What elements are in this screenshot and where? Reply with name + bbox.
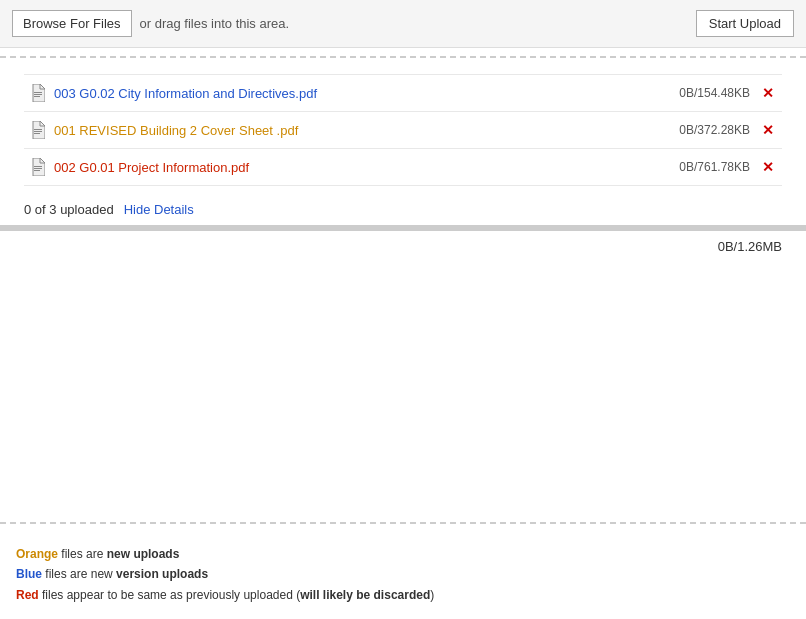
remove-file-button[interactable]: ✕ — [760, 160, 776, 174]
file-row-left: 002 G0.01 Project Information.pdf — [30, 157, 249, 177]
svg-rect-5 — [34, 133, 40, 134]
file-size: 0B/154.48KB — [679, 86, 750, 100]
svg-rect-8 — [34, 170, 40, 171]
file-row-right: 0B/761.78KB ✕ — [679, 160, 776, 174]
legend-blue-bold: version uploads — [116, 567, 208, 581]
file-row-right: 0B/372.28KB ✕ — [679, 123, 776, 137]
browse-files-button[interactable]: Browse For Files — [12, 10, 132, 37]
bottom-dashed-divider — [0, 522, 806, 524]
remove-file-button[interactable]: ✕ — [760, 86, 776, 100]
svg-rect-6 — [34, 166, 42, 167]
svg-rect-1 — [34, 94, 42, 95]
file-icon — [30, 120, 46, 140]
total-size-value: 0B/1.26MB — [718, 239, 782, 254]
table-row: 002 G0.01 Project Information.pdf 0B/761… — [24, 149, 782, 186]
remove-file-button[interactable]: ✕ — [760, 123, 776, 137]
file-list: 003 G0.02 City Information and Directive… — [0, 66, 806, 194]
spacer — [0, 262, 806, 506]
total-size-row: 0B/1.26MB — [0, 235, 806, 262]
table-row: 003 G0.02 City Information and Directive… — [24, 74, 782, 112]
file-icon — [30, 157, 46, 177]
top-bar-left: Browse For Files or drag files into this… — [12, 10, 289, 37]
file-size: 0B/761.78KB — [679, 160, 750, 174]
start-upload-button[interactable]: Start Upload — [696, 10, 794, 37]
file-row-left: 001 REVISED Building 2 Cover Sheet .pdf — [30, 120, 298, 140]
file-size: 0B/372.28KB — [679, 123, 750, 137]
svg-rect-2 — [34, 96, 40, 97]
svg-rect-4 — [34, 131, 42, 132]
legend-orange-desc: files are — [58, 547, 107, 561]
legend-orange-label: Orange — [16, 547, 58, 561]
legend-blue-label: Blue — [16, 567, 42, 581]
legend-area: Orange files are new uploads Blue files … — [0, 532, 806, 617]
file-name: 003 G0.02 City Information and Directive… — [54, 86, 317, 101]
legend-orange-line: Orange files are new uploads — [16, 544, 790, 564]
table-row: 001 REVISED Building 2 Cover Sheet .pdf … — [24, 112, 782, 149]
progress-bar-background — [0, 225, 806, 231]
legend-red-end: ) — [430, 588, 434, 602]
file-row-left: 003 G0.02 City Information and Directive… — [30, 83, 317, 103]
legend-red-desc: files appear to be same as previously up… — [39, 588, 301, 602]
legend-red-label: Red — [16, 588, 39, 602]
svg-rect-3 — [34, 129, 42, 130]
legend-red-line: Red files appear to be same as previousl… — [16, 585, 790, 605]
file-row-right: 0B/154.48KB ✕ — [679, 86, 776, 100]
file-icon — [30, 83, 46, 103]
drag-drop-text: or drag files into this area. — [140, 16, 290, 31]
top-bar: Browse For Files or drag files into this… — [0, 0, 806, 48]
legend-blue-line: Blue files are new version uploads — [16, 564, 790, 584]
file-name: 001 REVISED Building 2 Cover Sheet .pdf — [54, 123, 298, 138]
hide-details-link[interactable]: Hide Details — [124, 202, 194, 217]
legend-orange-bold: new uploads — [107, 547, 180, 561]
file-name: 002 G0.01 Project Information.pdf — [54, 160, 249, 175]
main-content: 003 G0.02 City Information and Directive… — [0, 48, 806, 617]
upload-status-text: 0 of 3 uploaded — [24, 202, 114, 217]
status-bar: 0 of 3 uploaded Hide Details — [0, 194, 806, 225]
legend-red-bold: will likely be discarded — [300, 588, 430, 602]
svg-rect-0 — [34, 92, 42, 93]
progress-bar-container — [0, 225, 806, 231]
svg-rect-7 — [34, 168, 42, 169]
bottom-section: Orange files are new uploads Blue files … — [0, 514, 806, 617]
legend-blue-desc: files are new — [42, 567, 116, 581]
top-dashed-divider — [0, 56, 806, 58]
